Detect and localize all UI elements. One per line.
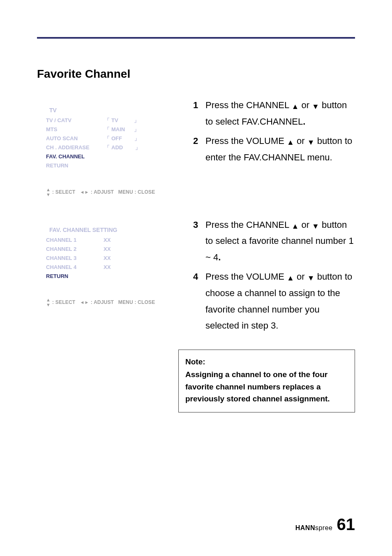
osd-row: RETURN xyxy=(46,272,169,281)
osd-row-value-wrap: XX xyxy=(104,263,111,272)
step-text: Press the VOLUME ▲ or ▼ button to enter … xyxy=(205,133,355,165)
osd-row-value: XX xyxy=(104,236,111,245)
osd-fav-footer: ▲▼ : SELECT ◄► : ADJUST MENU : CLOSE xyxy=(46,297,169,307)
leftright-icon: ◄► xyxy=(80,190,89,195)
steps-block-a: 1Press the CHANNEL ▲ or ▼ button to sele… xyxy=(193,97,355,204)
step-text: Press the CHANNEL ▲ or ▼ button to selec… xyxy=(205,217,355,266)
step-text: Press the VOLUME ▲ or ▼ button to choose… xyxy=(205,269,355,334)
step-text-pre: Press the CHANNEL xyxy=(205,220,291,230)
triangle-down-icon: ▼ xyxy=(307,139,315,146)
leftright-icon: ◄► xyxy=(80,300,89,305)
bracket-right-icon: 」 xyxy=(133,125,140,134)
osd-row: RETURN xyxy=(46,161,169,170)
brand-rest: spree xyxy=(315,524,333,531)
updown-icon: ▲▼ xyxy=(46,297,51,307)
bracket-left-icon: 「 xyxy=(104,125,111,134)
step-text: Press the CHANNEL ▲ or ▼ button to selec… xyxy=(205,97,355,130)
osd-row-value-wrap: 「ADD」 xyxy=(104,143,141,152)
header-divider xyxy=(37,37,355,39)
osd-row: FAV. CHANNEL xyxy=(46,152,169,161)
osd-footer-rest: : ADJUST MENU : CLOSE xyxy=(91,299,155,305)
osd-row-label: TV / CATV xyxy=(46,116,104,125)
section-title: Favorite Channel xyxy=(37,67,355,81)
bracket-left-icon: 「 xyxy=(104,143,111,152)
osd-row-value: MAIN xyxy=(111,125,125,134)
osd-row-label: CHANNEL 4 xyxy=(46,263,104,272)
arrow-separator: or xyxy=(294,271,307,282)
osd-row: CHANNEL 3XX xyxy=(46,254,169,263)
step: 1Press the CHANNEL ▲ or ▼ button to sele… xyxy=(193,97,355,130)
row-1: TV TV / CATV「TV」MTS「MAIN」AUTO SCAN「OFF」C… xyxy=(37,97,355,204)
osd-row: CHANNEL 1XX xyxy=(46,236,169,245)
triangle-down-icon: ▼ xyxy=(312,222,319,230)
bracket-left-icon: 「 xyxy=(104,134,111,143)
osd-row: CH . ADD/ERASE「ADD」 xyxy=(46,143,169,152)
osd-tv-footer: ▲▼ : SELECT ◄► : ADJUST MENU : CLOSE xyxy=(46,187,169,197)
page-number: 61 xyxy=(337,515,355,534)
bracket-right-icon: 」 xyxy=(134,134,141,143)
osd-row-label: FAV. CHANNEL xyxy=(46,152,104,161)
osd-row-value-wrap: 「MAIN」 xyxy=(104,125,140,134)
osd-row-value: ADD xyxy=(111,143,123,152)
bold-period: . xyxy=(218,252,221,262)
step: 3Press the CHANNEL ▲ or ▼ button to sele… xyxy=(193,217,355,266)
step: 2Press the VOLUME ▲ or ▼ button to enter… xyxy=(193,133,355,165)
note-heading: Note: xyxy=(185,356,348,368)
brand-bold: HANN xyxy=(295,524,315,531)
step-text-pre: Press the CHANNEL xyxy=(205,100,291,110)
bracket-right-icon: 」 xyxy=(133,116,140,125)
arrow-separator: or xyxy=(299,220,312,230)
page: Favorite Channel TV TV / CATV「TV」MTS「MAI… xyxy=(0,0,392,556)
osd-row-value: XX xyxy=(104,254,111,263)
step-number: 4 xyxy=(193,269,201,334)
osd-row-value-wrap: XX xyxy=(104,254,111,263)
osd-row: TV / CATV「TV」 xyxy=(46,116,169,125)
triangle-up-icon: ▲ xyxy=(291,222,299,230)
osd-row-value-wrap: 「TV」 xyxy=(104,116,140,125)
osd-footer-rest: : ADJUST MENU : CLOSE xyxy=(91,189,155,195)
note-body: Assigning a channel to one of the four f… xyxy=(185,368,348,405)
step-number: 3 xyxy=(193,217,201,266)
osd-row: CHANNEL 2XX xyxy=(46,245,169,254)
osd-panel-tv: TV TV / CATV「TV」MTS「MAIN」AUTO SCAN「OFF」C… xyxy=(37,97,177,204)
osd-footer-select: : SELECT xyxy=(52,299,78,305)
note-box: Note: Assigning a channel to one of the … xyxy=(178,350,355,413)
triangle-up-icon: ▲ xyxy=(287,274,294,282)
updown-icon: ▲▼ xyxy=(46,187,51,197)
osd-row-label: CHANNEL 3 xyxy=(46,254,104,263)
osd-row-label: CHANNEL 1 xyxy=(46,236,104,245)
osd-row-label: RETURN xyxy=(46,161,104,170)
steps-block-b: 3Press the CHANNEL ▲ or ▼ button to sele… xyxy=(193,217,355,337)
osd-fav-title: FAV. CHANNEL SETTING xyxy=(49,227,169,233)
osd-row: AUTO SCAN「OFF」 xyxy=(46,134,169,143)
row-2: FAV. CHANNEL SETTING CHANNEL 1XXCHANNEL … xyxy=(37,217,355,337)
osd-row-value: TV xyxy=(111,116,118,125)
osd-row-value-wrap: 「OFF」 xyxy=(104,134,141,143)
osd-row-label: AUTO SCAN xyxy=(46,134,104,143)
osd-row: CHANNEL 4XX xyxy=(46,263,169,272)
osd-row-value: XX xyxy=(104,245,111,254)
triangle-up-icon: ▲ xyxy=(287,139,294,146)
osd-tv-title: TV xyxy=(49,107,169,114)
step-text-pre: Press the VOLUME xyxy=(205,136,287,146)
osd-footer-select: : SELECT xyxy=(52,189,78,195)
osd-row-value-wrap: XX xyxy=(104,245,111,254)
osd-row-value: OFF xyxy=(111,134,122,143)
osd-row-value: XX xyxy=(104,263,111,272)
step: 4Press the VOLUME ▲ or ▼ button to choos… xyxy=(193,269,355,334)
osd-row-label: RETURN xyxy=(46,272,104,281)
step-text-pre: Press the VOLUME xyxy=(205,271,287,282)
arrow-separator: or xyxy=(294,136,307,146)
osd-row-label: CHANNEL 2 xyxy=(46,245,104,254)
bracket-left-icon: 「 xyxy=(104,116,111,125)
triangle-up-icon: ▲ xyxy=(291,103,299,110)
step-number: 2 xyxy=(193,133,201,165)
arrow-separator: or xyxy=(299,100,312,110)
osd-row-label: MTS xyxy=(46,125,104,134)
bold-period: . xyxy=(303,116,305,127)
triangle-down-icon: ▼ xyxy=(307,274,315,282)
osd-row: MTS「MAIN」 xyxy=(46,125,169,134)
osd-panel-fav: FAV. CHANNEL SETTING CHANNEL 1XXCHANNEL … xyxy=(37,217,177,337)
osd-row-label: CH . ADD/ERASE xyxy=(46,143,104,152)
step-number: 1 xyxy=(193,97,201,130)
